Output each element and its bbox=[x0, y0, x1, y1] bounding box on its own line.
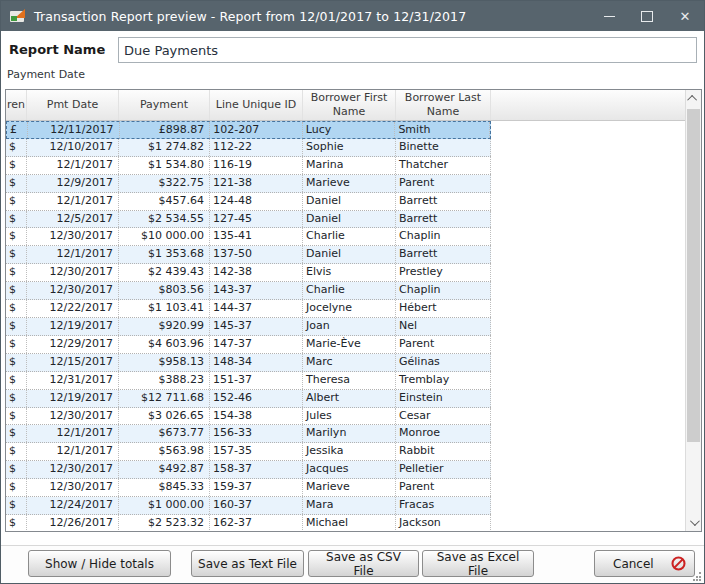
table-cell-cur: $ bbox=[6, 264, 27, 281]
table-cell-payment: $10 000.00 bbox=[119, 228, 210, 245]
table-cell-first_name: Sophie bbox=[303, 139, 396, 156]
table-row[interactable]: $12/9/2017$322.75121-38MarieveParent bbox=[6, 175, 491, 193]
table-row[interactable]: $12/1/2017$1 353.68137-50DanielBarrett bbox=[6, 246, 491, 264]
table-row[interactable]: $12/10/2017$1 274.82112-22SophieBinette bbox=[6, 139, 491, 157]
maximize-icon bbox=[641, 11, 653, 22]
header-cell-first_name[interactable]: Borrower First Name bbox=[303, 90, 396, 120]
table-cell-date: 12/30/2017 bbox=[27, 479, 119, 496]
table-row[interactable]: $12/5/2017$2 534.55127-45DanielBarrett bbox=[6, 211, 491, 229]
table-header-row: renPmt DatePaymentLine Unique IDBorrower… bbox=[6, 90, 685, 121]
table-cell-line_id: 121-38 bbox=[210, 175, 303, 192]
table-cell-line_id: 156-33 bbox=[210, 425, 303, 442]
header-cell-payment[interactable]: Payment bbox=[119, 90, 210, 120]
table-cell-last_name: Tremblay bbox=[396, 372, 491, 389]
table-body: £12/11/2017£898.87102-207LucySmith$12/10… bbox=[6, 121, 685, 531]
table-cell-first_name: Elvis bbox=[303, 264, 396, 281]
table-cell-payment: $920.99 bbox=[119, 318, 210, 335]
table-cell-line_id: 152-46 bbox=[210, 390, 303, 407]
table-row[interactable]: $12/30/2017$2 439.43142-38ElvisPrestley bbox=[6, 264, 491, 282]
table-cell-cur: $ bbox=[6, 372, 27, 389]
table-cell-first_name: Daniel bbox=[303, 193, 396, 210]
table-row[interactable]: $12/26/2017$2 523.32162-37MichaelJackson bbox=[6, 515, 491, 531]
table-cell-date: 12/30/2017 bbox=[27, 461, 119, 478]
table-row[interactable]: $12/1/2017$563.98157-35JessikaRabbit bbox=[6, 443, 491, 461]
scrollbar-thumb[interactable] bbox=[687, 109, 700, 442]
save-text-file-button[interactable]: Save as Text File bbox=[191, 550, 304, 577]
maximize-button[interactable] bbox=[628, 1, 666, 31]
resize-grip[interactable] bbox=[693, 572, 702, 581]
table-cell-cur: $ bbox=[6, 157, 27, 174]
table-row[interactable]: $12/31/2017$388.23151-37TheresaTremblay bbox=[6, 372, 491, 390]
table-cell-first_name: Michael bbox=[303, 515, 396, 531]
table-cell-first_name: Marina bbox=[303, 157, 396, 174]
table-cell-date: 12/9/2017 bbox=[27, 175, 119, 192]
table-cell-cur: $ bbox=[6, 390, 27, 407]
table-cell-first_name: Marieve bbox=[303, 479, 396, 496]
table-row[interactable]: $12/1/2017$457.64124-48DanielBarrett bbox=[6, 193, 491, 211]
table-row[interactable]: $12/30/2017$10 000.00135-41CharlieChapli… bbox=[6, 228, 491, 246]
vertical-scrollbar[interactable] bbox=[685, 90, 701, 531]
table-row[interactable]: £12/11/2017£898.87102-207LucySmith bbox=[6, 121, 491, 139]
table-cell-payment: $2 523.32 bbox=[119, 515, 210, 531]
table-cell-line_id: 102-207 bbox=[210, 122, 303, 138]
table-cell-cur: $ bbox=[6, 354, 27, 371]
table-cell-date: 12/5/2017 bbox=[27, 211, 119, 228]
save-csv-file-button[interactable]: Save as CSV File bbox=[308, 550, 419, 577]
cancel-button-label: Cancel bbox=[613, 557, 654, 571]
header-cell-cur[interactable]: ren bbox=[6, 90, 27, 120]
table-cell-date: 12/22/2017 bbox=[27, 300, 119, 317]
report-name-input[interactable] bbox=[118, 37, 697, 63]
table-cell-last_name: Nel bbox=[396, 318, 491, 335]
save-excel-file-button[interactable]: Save as Excel File bbox=[422, 550, 534, 577]
table-row[interactable]: $12/30/2017$492.87158-37JacquesPelletier bbox=[6, 461, 491, 479]
table-cell-date: 12/30/2017 bbox=[27, 408, 119, 425]
close-button[interactable]: ✕ bbox=[666, 1, 704, 31]
table-cell-payment: $1 103.41 bbox=[119, 300, 210, 317]
table-row[interactable]: $12/15/2017$958.13148-34MarcGélinas bbox=[6, 354, 491, 372]
table-cell-first_name: Daniel bbox=[303, 246, 396, 263]
table-cell-payment: $673.77 bbox=[119, 425, 210, 442]
table-cell-payment: $958.13 bbox=[119, 354, 210, 371]
scrollbar-up-button[interactable] bbox=[686, 90, 701, 107]
table-cell-date: 12/1/2017 bbox=[27, 246, 119, 263]
table-cell-line_id: 154-38 bbox=[210, 408, 303, 425]
table-cell-cur: $ bbox=[6, 425, 27, 442]
table-row[interactable]: $12/29/2017$4 603.96147-37Marie-ÈveParen… bbox=[6, 336, 491, 354]
table-cell-first_name: Mara bbox=[303, 497, 396, 514]
chevron-up-icon bbox=[687, 95, 697, 105]
footer-bar: Show / Hide totals Save as Text File Sav… bbox=[1, 545, 704, 583]
table-row[interactable]: $12/19/2017$920.99145-37JoanNel bbox=[6, 318, 491, 336]
table-cell-payment: $492.87 bbox=[119, 461, 210, 478]
scrollbar-down-button[interactable] bbox=[686, 514, 701, 531]
table-cell-date: 12/26/2017 bbox=[27, 515, 119, 531]
header-cell-line_id[interactable]: Line Unique ID bbox=[210, 90, 303, 120]
table-row[interactable]: $12/1/2017$1 534.80116-19MarinaThatcher bbox=[6, 157, 491, 175]
table-cell-payment: $3 026.65 bbox=[119, 408, 210, 425]
table-row[interactable]: $12/22/2017$1 103.41144-37JocelyneHébert bbox=[6, 300, 491, 318]
table-cell-first_name: Marie-Ève bbox=[303, 336, 396, 353]
header-cell-date[interactable]: Pmt Date bbox=[27, 90, 119, 120]
table-cell-last_name: Gélinas bbox=[396, 354, 491, 371]
table-cell-line_id: 162-37 bbox=[210, 515, 303, 531]
table-row[interactable]: $12/24/2017$1 000.00160-37MaraFracas bbox=[6, 497, 491, 515]
show-hide-totals-button[interactable]: Show / Hide totals bbox=[28, 550, 171, 577]
table-cell-date: 12/1/2017 bbox=[27, 425, 119, 442]
cancel-button[interactable]: Cancel bbox=[594, 550, 695, 577]
table-row[interactable]: $12/30/2017$3 026.65154-38JulesCesar bbox=[6, 408, 491, 426]
table-cell-cur: £ bbox=[7, 122, 28, 138]
table-cell-last_name: Smith bbox=[395, 122, 490, 138]
minimize-button[interactable] bbox=[590, 1, 628, 31]
table-cell-line_id: 159-37 bbox=[210, 479, 303, 496]
table-row[interactable]: $12/30/2017$845.33159-37MarieveParent bbox=[6, 479, 491, 497]
table-cell-line_id: 160-37 bbox=[210, 497, 303, 514]
table-cell-last_name: Rabbit bbox=[396, 443, 491, 460]
table-row[interactable]: $12/1/2017$673.77156-33MarilynMonroe bbox=[6, 425, 491, 443]
table-row[interactable]: $12/30/2017$803.56143-37CharlieChaplin bbox=[6, 282, 491, 300]
table-cell-line_id: 137-50 bbox=[210, 246, 303, 263]
table-row[interactable]: $12/19/2017$12 711.68152-46AlbertEinstei… bbox=[6, 390, 491, 408]
table-cell-first_name: Marieve bbox=[303, 175, 396, 192]
table-cell-line_id: 143-37 bbox=[210, 282, 303, 299]
table-cell-last_name: Binette bbox=[396, 139, 491, 156]
table-cell-cur: $ bbox=[6, 246, 27, 263]
header-cell-last_name[interactable]: Borrower Last Name bbox=[396, 90, 491, 120]
